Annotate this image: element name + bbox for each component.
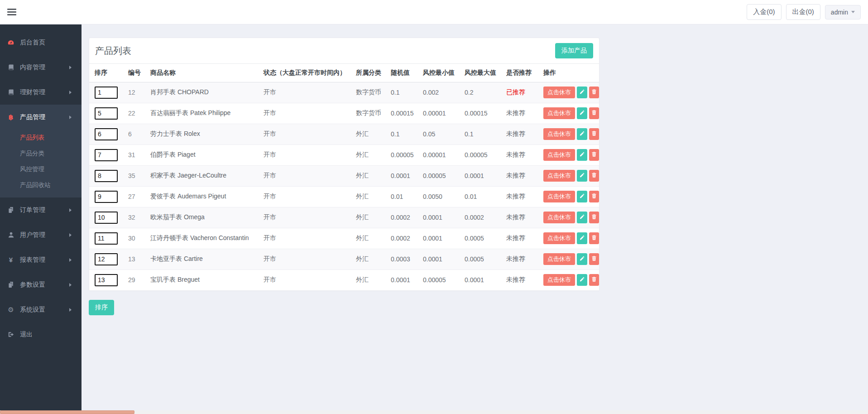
cell-recommend-status: 未推荐 (501, 228, 538, 249)
cell-status: 开市 (258, 103, 350, 124)
delete-button[interactable] (589, 87, 599, 98)
cell-recommend-status: 未推荐 (501, 124, 538, 144)
sort-input[interactable] (95, 212, 118, 224)
edit-button[interactable] (577, 191, 587, 202)
column-header-7: 风控最大值 (459, 64, 501, 82)
close-market-button[interactable]: 点击休市 (543, 232, 575, 244)
sidebar-subitem-产品分类[interactable]: 产品分类 (0, 145, 82, 161)
horizontal-scrollbar-thumb[interactable] (0, 410, 134, 414)
table-row: 29宝玑手表 Breguet开市外汇0.00010.000050.0001未推荐… (89, 270, 599, 290)
sidebar-item-用户管理[interactable]: 用户管理 (0, 222, 82, 247)
edit-button[interactable] (577, 149, 587, 161)
cell-status: 开市 (258, 82, 350, 103)
edit-button[interactable] (577, 212, 587, 223)
pencil-icon (579, 276, 585, 284)
sidebar-item-label: 用户管理 (20, 231, 45, 239)
delete-button[interactable] (589, 170, 599, 182)
cell-risk-min: 0.00001 (417, 103, 459, 124)
sidebar-subitem-风控管理[interactable]: 风控管理 (0, 161, 82, 177)
pencil-icon (579, 214, 585, 221)
sort-input[interactable] (95, 253, 118, 265)
edit-button[interactable] (577, 274, 587, 286)
row-actions: 点击休市 (543, 253, 599, 265)
topbar: 入金(0) 出金(0) admin (0, 0, 868, 24)
sidebar-item-label: 内容管理 (20, 63, 45, 72)
close-market-button[interactable]: 点击休市 (543, 149, 575, 161)
withdraw-button[interactable]: 出金(0) (786, 4, 820, 20)
delete-button[interactable] (589, 274, 599, 286)
sidebar-subitem-产品列表[interactable]: 产品列表 (0, 130, 82, 145)
hamburger-icon[interactable] (7, 7, 16, 17)
sort-input[interactable] (95, 107, 118, 120)
horizontal-scrollbar[interactable] (0, 410, 868, 414)
cell-category: 外汇 (350, 270, 385, 290)
edit-button[interactable] (577, 87, 587, 98)
cell-category: 外汇 (350, 249, 385, 270)
sidebar-group-5: 用户管理 (0, 222, 82, 247)
admin-username: admin (831, 9, 848, 16)
sidebar-item-产品管理[interactable]: ฿产品管理 (0, 105, 82, 130)
sidebar-item-系统设置[interactable]: ⚙系统设置 (0, 297, 82, 322)
sidebar-subitem-产品回收站[interactable]: 产品回收站 (0, 177, 82, 193)
table-row: 31伯爵手表 Piaget开市外汇0.000050.000010.00005未推… (89, 144, 599, 165)
cell-risk-max: 0.0005 (459, 249, 501, 270)
sort-input[interactable] (95, 149, 118, 161)
pencil-icon (579, 110, 585, 117)
trash-icon (591, 110, 597, 117)
delete-button[interactable] (589, 212, 599, 223)
sort-input[interactable] (95, 191, 118, 203)
admin-dropdown[interactable]: admin (825, 5, 861, 19)
delete-button[interactable] (589, 191, 599, 202)
sidebar-item-参数设置[interactable]: 参数设置 (0, 272, 82, 297)
close-market-button[interactable]: 点击休市 (543, 253, 575, 265)
delete-button[interactable] (589, 253, 599, 265)
add-product-button[interactable]: 添加产品 (555, 43, 593, 58)
column-header-0: 排序 (89, 64, 123, 82)
sort-input[interactable] (95, 128, 118, 140)
cell-product-name: 江诗丹顿手表 Vacheron Constantin (145, 228, 258, 249)
row-actions: 点击休市 (543, 232, 599, 244)
delete-button[interactable] (589, 232, 599, 244)
sidebar-group-6: ¥报表管理 (0, 247, 82, 272)
delete-button[interactable] (589, 128, 599, 140)
sort-input[interactable] (95, 87, 118, 99)
edit-button[interactable] (577, 253, 587, 265)
sort-input[interactable] (95, 274, 118, 286)
sidebar-group-7: 参数设置 (0, 272, 82, 297)
sidebar-item-订单管理[interactable]: 订单管理 (0, 197, 82, 222)
table-row: 6劳力士手表 Rolex开市外汇0.10.050.1未推荐点击休市 (89, 124, 599, 144)
close-market-button[interactable]: 点击休市 (543, 170, 575, 182)
edit-button[interactable] (577, 128, 587, 140)
yen-icon: ¥ (7, 256, 15, 263)
pencil-icon (579, 235, 585, 242)
edit-button[interactable] (577, 232, 587, 244)
cell-status: 开市 (258, 249, 350, 270)
sort-input[interactable] (95, 170, 118, 182)
close-market-button[interactable]: 点击休市 (543, 191, 575, 202)
sidebar-item-退出[interactable]: 退出 (0, 322, 82, 347)
caret-right-icon (69, 208, 72, 212)
close-market-button[interactable]: 点击休市 (543, 128, 575, 140)
delete-button[interactable] (589, 107, 599, 119)
delete-button[interactable] (589, 149, 599, 161)
copy-icon (7, 281, 15, 288)
cell-recommend-status: 已推荐 (501, 82, 538, 103)
sidebar-item-label: 退出 (20, 331, 33, 339)
sidebar-item-报表管理[interactable]: ¥报表管理 (0, 247, 82, 272)
sidebar-item-理财管理[interactable]: 理财管理 (0, 80, 82, 105)
sort-input[interactable] (95, 232, 118, 245)
cell-random-value: 0.1 (385, 124, 417, 144)
sidebar-item-后台首页[interactable]: 后台首页 (0, 30, 82, 55)
cell-category: 外汇 (350, 228, 385, 249)
close-market-button[interactable]: 点击休市 (543, 274, 575, 286)
cell-recommend-status: 未推荐 (501, 207, 538, 228)
close-market-button[interactable]: 点击休市 (543, 87, 575, 98)
deposit-button[interactable]: 入金(0) (747, 4, 781, 20)
sidebar-item-内容管理[interactable]: 内容管理 (0, 55, 82, 80)
edit-button[interactable] (577, 107, 587, 119)
sort-submit-button[interactable]: 排序 (89, 300, 114, 315)
edit-button[interactable] (577, 170, 587, 182)
cell-status: 开市 (258, 124, 350, 144)
close-market-button[interactable]: 点击休市 (543, 107, 575, 119)
close-market-button[interactable]: 点击休市 (543, 212, 575, 223)
